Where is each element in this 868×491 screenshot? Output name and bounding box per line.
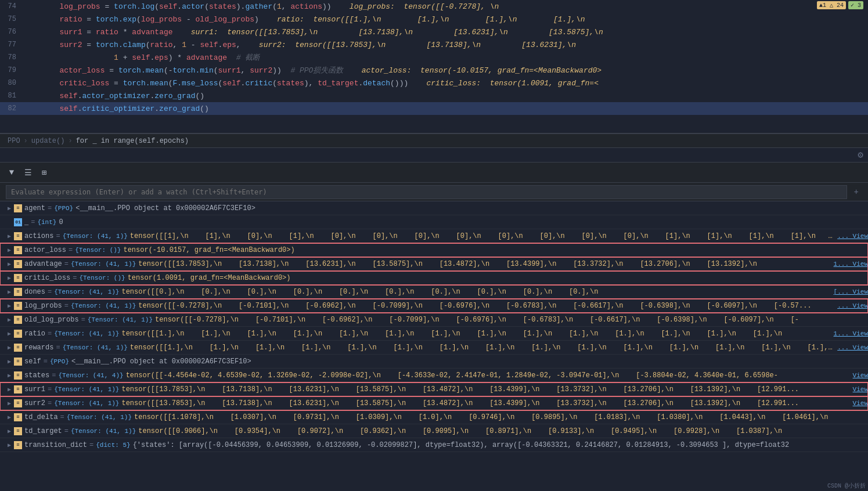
expand-arrow-old-log-probs[interactable]: ▶: [5, 315, 14, 324]
var-row-ratio[interactable]: ▶ ≡ ratio = {Tensor: (41, 1)} tensor([[1…: [0, 327, 868, 341]
code-line-75: 75 ratio = torch.exp(log_probs - old_log…: [0, 13, 868, 26]
code-line-80: 80 critic_loss = torch.mean(F.mse_loss(s…: [0, 77, 868, 89]
expand-arrow-td-delta[interactable]: ▶: [5, 413, 14, 422]
settings-icon[interactable]: ⚙: [858, 149, 863, 161]
var-view-ratio[interactable]: 1... View: [834, 330, 868, 337]
code-line-82: 82 self.critic_optimizer.zero_grad(): [0, 102, 868, 115]
variables-list: ▶ ≡ agent = {PPO} <__main__.PPO object a…: [0, 201, 868, 491]
ok-badge: ✓ 3: [848, 1, 863, 9]
expand-arrow-surr1[interactable]: ▶: [5, 385, 14, 394]
var-row-advantage[interactable]: ▶ ≡ advantage = {Tensor: (41, 1)} tensor…: [0, 257, 868, 271]
add-watch-button[interactable]: +: [851, 186, 862, 198]
var-icon-td-delta: ≡: [14, 413, 22, 421]
code-line-74: 74 log_probs = torch.log(self.actor(stat…: [0, 0, 868, 13]
var-icon-surr2: ≡: [14, 399, 22, 407]
expand-arrow-agent[interactable]: ▶: [5, 204, 14, 213]
code-line-78: 78 1 + self.eps) * advantage # 截断: [0, 51, 868, 64]
var-name-ratio: ratio: [24, 330, 45, 338]
var-icon-actions: ≡: [14, 232, 22, 240]
expand-arrow-dones[interactable]: ▶: [5, 287, 14, 297]
var-row-td-target[interactable]: ▶ ≡ td_target = {Tensor: (41, 1)} tensor…: [0, 424, 868, 438]
var-icon-td-target: ≡: [14, 427, 22, 435]
var-name-advantage: advantage: [24, 260, 62, 268]
var-row-surr2[interactable]: ▶ ≡ surr2 = {Tensor: (41, 1)} tensor([[1…: [0, 396, 868, 410]
code-line-76: 76 surr1 = ratio * advantage surr1: tens…: [0, 26, 868, 38]
var-row-underscore[interactable]: ▶ 01 _ = {int} 0: [0, 215, 868, 229]
var-name-transition-dict: transition_dict: [24, 441, 87, 449]
debug-toolbar: ▼ ☰ ⊞: [0, 163, 868, 183]
var-row-transition-dict[interactable]: ▶ ≡ transition_dict = {dict: 5} {'states…: [0, 438, 868, 452]
expand-arrow-td-target[interactable]: ▶: [5, 427, 14, 436]
var-view-surr1[interactable]: View: [853, 386, 868, 393]
debug-panel: ▼ ☰ ⊞ + ▶ ≡ agent = {PPO} <__main__.PPO …: [0, 163, 868, 491]
code-line-77: 77 surr2 = torch.clamp(ratio, 1 - self.e…: [0, 38, 868, 51]
expand-arrow-states[interactable]: ▶: [5, 371, 14, 380]
var-icon-actor-loss: ≡: [14, 246, 22, 254]
expand-arrow-log-probs[interactable]: ▶: [5, 301, 14, 311]
var-name-td-target: td_target: [24, 427, 62, 435]
var-icon-states: ≡: [14, 371, 22, 380]
var-name-surr2: surr2: [24, 399, 45, 407]
expand-arrow-self[interactable]: ▶: [5, 357, 14, 366]
code-line-81: 81 self.actor_optimizer.zero_grad(): [0, 89, 868, 102]
var-name-surr1: surr1: [24, 385, 45, 393]
eval-input-bar: +: [0, 183, 868, 201]
var-icon-self: ≡: [14, 358, 22, 366]
var-name-log-probs: log_probs: [24, 302, 62, 310]
expand-arrow-actor-loss[interactable]: ▶: [5, 246, 14, 255]
var-view-dones[interactable]: [... View: [834, 288, 868, 295]
expand-arrow-rewards[interactable]: ▶: [5, 343, 14, 352]
var-name-critic-loss: critic_loss: [24, 274, 70, 282]
var-row-actions[interactable]: ▶ ≡ actions = {Tensor: (41, 1)} tensor([…: [0, 229, 868, 243]
breadcrumb-part-1: PPO: [8, 137, 20, 145]
var-name-dones: dones: [24, 288, 45, 296]
var-view-rewards[interactable]: ... View: [837, 344, 868, 351]
var-view-log-probs[interactable]: ... View: [837, 302, 868, 309]
var-icon-old-log-probs: ≡: [14, 316, 22, 324]
var-name-states: states: [24, 371, 49, 380]
var-row-old-log-probs[interactable]: ▶ ≡ old_log_probs = {Tensor: (41, 1)} te…: [0, 313, 868, 327]
code-lines: 74 log_probs = torch.log(self.actor(stat…: [0, 0, 868, 115]
var-name-old-log-probs: old_log_probs: [24, 316, 79, 324]
var-row-log-probs[interactable]: ▶ ≡ log_probs = {Tensor: (41, 1)} tensor…: [0, 299, 868, 313]
var-view-advantage[interactable]: 1... View: [834, 261, 868, 268]
var-icon-critic-loss: ≡: [14, 274, 22, 282]
var-name-self: self: [24, 358, 41, 366]
var-row-actor-loss[interactable]: ▶ ≡ actor_loss = {Tensor: ()} tensor(-10…: [0, 243, 868, 257]
expand-arrow-transition-dict[interactable]: ▶: [5, 441, 14, 450]
var-view-surr2[interactable]: View: [853, 400, 868, 407]
var-row-rewards[interactable]: ▶ ≡ rewards = {Tensor: (41, 1)} tensor([…: [0, 341, 868, 355]
expand-arrow-surr2[interactable]: ▶: [5, 399, 14, 408]
var-row-surr1[interactable]: ▶ ≡ surr1 = {Tensor: (41, 1)} tensor([[1…: [0, 382, 868, 396]
var-icon-transition-dict: ≡: [14, 441, 22, 449]
var-row-dones[interactable]: ▶ ≡ dones = {Tensor: (41, 1)} tensor([[0…: [0, 285, 868, 299]
var-icon-ratio: ≡: [14, 330, 22, 338]
var-view-states[interactable]: View: [853, 372, 868, 379]
expand-arrow-ratio[interactable]: ▶: [5, 329, 14, 338]
var-name-actor-loss: actor_loss: [24, 246, 66, 254]
expand-arrow-actions[interactable]: ▶: [5, 232, 14, 241]
expand-arrow-critic-loss[interactable]: ▶: [5, 273, 14, 283]
var-icon-advantage: ≡: [14, 260, 22, 268]
breadcrumb-part-2: update(): [31, 137, 65, 145]
eval-input[interactable]: [6, 185, 847, 199]
var-icon-log-probs: ≡: [14, 302, 22, 310]
var-row-critic-loss[interactable]: ▶ ≡ critic_loss = {Tensor: ()} tensor(1.…: [0, 271, 868, 285]
var-row-td-delta[interactable]: ▶ ≡ td_delta = {Tensor: (41, 1)} tensor(…: [0, 410, 868, 424]
var-row-states[interactable]: ▶ ≡ states = {Tensor: (41, 4)} tensor([[…: [0, 369, 868, 382]
var-row-agent[interactable]: ▶ ≡ agent = {PPO} <__main__.PPO object a…: [0, 201, 868, 215]
code-section: ▲1 △ 24 ✓ 3 74 log_probs = torch.log(sel…: [0, 0, 868, 133]
expand-arrow-advantage[interactable]: ▶: [5, 259, 14, 269]
var-name-underscore: _: [24, 218, 28, 226]
var-icon-dones: ≡: [14, 288, 22, 296]
breadcrumb-part-3: for _ in range(self.epochs): [76, 137, 189, 145]
var-view-actions[interactable]: ... View: [837, 233, 868, 240]
var-name-actions: actions: [24, 232, 53, 240]
expand-collapse-icon[interactable]: ▼: [6, 167, 17, 178]
var-row-self[interactable]: ▶ ≡ self = {PPO} <__main__.PPO object at…: [0, 355, 868, 369]
var-icon-rewards: ≡: [14, 344, 22, 352]
grid-view-icon[interactable]: ⊞: [38, 167, 50, 178]
code-line-79: 79 actor_loss = torch.mean(-torch.min(su…: [0, 64, 868, 77]
list-view-icon[interactable]: ☰: [22, 167, 34, 178]
var-name-rewards: rewards: [24, 344, 53, 352]
